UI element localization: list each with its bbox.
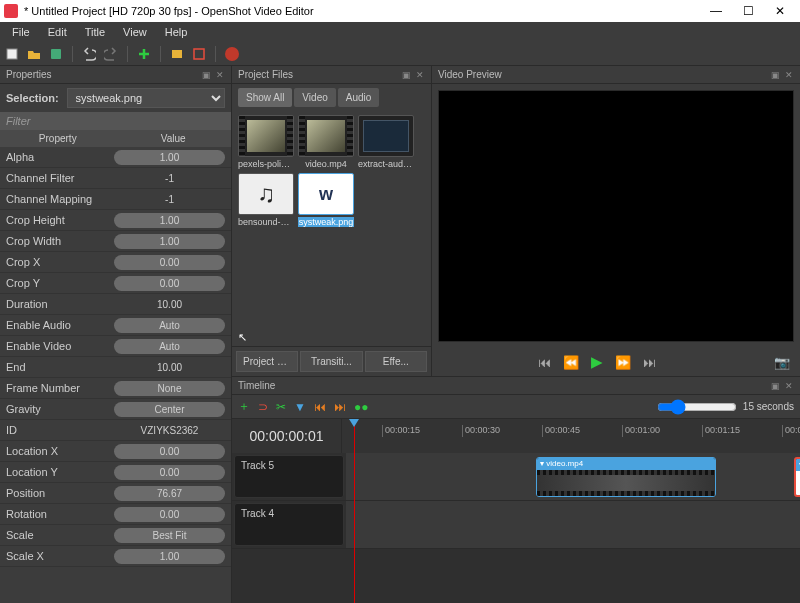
menu-help[interactable]: Help [157,24,196,40]
property-value[interactable]: VZIYKS2362 [114,423,225,438]
undock-icon[interactable]: ▣ [401,70,411,80]
import-files-icon[interactable] [136,46,152,62]
undock-icon[interactable]: ▣ [201,70,211,80]
property-row[interactable]: Position76.67 [0,483,231,504]
tab-project-files[interactable]: Project Fi... [236,351,298,372]
property-value[interactable]: 0.00 [114,507,225,522]
rewind-icon[interactable]: ⏪ [563,355,579,370]
project-file-item[interactable]: pexels-polina-ta... [238,115,294,169]
timeline-ruler[interactable]: 00:00:1500:00:3000:00:4500:01:0000:01:15… [342,419,800,453]
timeline-clip[interactable]: ▾ syst...w [794,457,800,497]
menu-view[interactable]: View [115,24,155,40]
property-value[interactable]: Best Fit [114,528,225,543]
property-row[interactable]: Duration10.00 [0,294,231,315]
tab-show-all[interactable]: Show All [238,88,292,107]
filter-input[interactable]: Filter [0,112,231,130]
property-row[interactable]: Crop Height1.00 [0,210,231,231]
undock-icon[interactable]: ▣ [770,70,780,80]
property-value[interactable]: Center [114,402,225,417]
property-value[interactable]: 1.00 [114,150,225,165]
track-label[interactable]: Track 4 [234,503,344,546]
redo-icon[interactable] [103,46,119,62]
property-row[interactable]: Enable AudioAuto [0,315,231,336]
tab-audio[interactable]: Audio [338,88,380,107]
tab-video[interactable]: Video [294,88,335,107]
property-value[interactable]: 0.00 [114,444,225,459]
property-value[interactable]: Auto [114,339,225,354]
center-playhead-icon[interactable]: ●● [354,400,369,414]
file-thumbnail[interactable] [358,115,414,157]
property-row[interactable]: Location Y0.00 [0,462,231,483]
snap-icon[interactable]: ⊃ [258,400,268,414]
track-lane[interactable]: ▾ video.mp4▾ syst...w [346,453,800,500]
property-row[interactable]: Channel Mapping-1 [0,189,231,210]
property-value[interactable]: 0.00 [114,255,225,270]
save-project-icon[interactable] [48,46,64,62]
property-value[interactable]: 10.00 [114,360,225,375]
property-row[interactable]: End10.00 [0,357,231,378]
tab-transitions[interactable]: Transiti... [300,351,362,372]
project-file-item[interactable]: wsystweak.png [298,173,354,227]
property-row[interactable]: ScaleBest Fit [0,525,231,546]
jump-start-icon[interactable]: ⏮ [538,355,551,370]
property-value[interactable]: 0.00 [114,465,225,480]
close-button[interactable]: ✕ [764,4,796,18]
property-row[interactable]: Scale X1.00 [0,546,231,567]
play-icon[interactable]: ▶ [591,353,603,371]
project-file-item[interactable]: ♫bensound-ukul... [238,173,294,227]
jump-end-icon[interactable]: ⏭ [643,355,656,370]
project-files-grid[interactable]: pexels-polina-ta...video.mp4extract-audi… [232,111,431,328]
file-thumbnail[interactable] [238,115,294,157]
marker-icon[interactable]: ▼ [294,400,306,414]
selection-dropdown[interactable]: systweak.png [67,88,225,108]
property-row[interactable]: Rotation0.00 [0,504,231,525]
project-file-item[interactable]: video.mp4 [298,115,354,169]
property-row[interactable]: Crop Y0.00 [0,273,231,294]
file-thumbnail[interactable] [298,115,354,157]
snapshot-icon[interactable]: 📷 [774,355,790,370]
open-project-icon[interactable] [26,46,42,62]
property-value[interactable]: 1.00 [114,213,225,228]
prev-marker-icon[interactable]: ⏮ [314,400,326,414]
export-video-icon[interactable] [224,46,240,62]
close-panel-icon[interactable]: ✕ [784,381,794,391]
property-row[interactable]: Alpha1.00 [0,147,231,168]
profile-icon[interactable] [169,46,185,62]
minimize-button[interactable]: — [700,4,732,18]
undo-icon[interactable] [81,46,97,62]
zoom-slider[interactable] [657,399,737,415]
file-thumbnail[interactable]: ♫ [238,173,294,215]
undock-icon[interactable]: ▣ [770,381,780,391]
razor-icon[interactable]: ✂ [276,400,286,414]
close-panel-icon[interactable]: ✕ [215,70,225,80]
maximize-button[interactable]: ☐ [732,4,764,18]
property-value[interactable]: -1 [114,192,225,207]
menu-title[interactable]: Title [77,24,113,40]
tab-effects[interactable]: Effe... [365,351,427,372]
preview-viewport[interactable] [438,90,794,342]
playhead-line[interactable] [354,453,355,603]
property-row[interactable]: GravityCenter [0,399,231,420]
new-project-icon[interactable] [4,46,20,62]
property-row[interactable]: Location X0.00 [0,441,231,462]
property-value[interactable]: 0.00 [114,276,225,291]
property-value[interactable]: 1.00 [114,549,225,564]
property-row[interactable]: Enable VideoAuto [0,336,231,357]
close-panel-icon[interactable]: ✕ [415,70,425,80]
property-value[interactable]: 1.00 [114,234,225,249]
timeline-clip[interactable]: ▾ video.mp4 [536,457,716,497]
project-file-item[interactable]: extract-audio-w... [358,115,414,169]
property-row[interactable]: IDVZIYKS2362 [0,420,231,441]
next-marker-icon[interactable]: ⏭ [334,400,346,414]
track-label[interactable]: Track 5 [234,455,344,498]
menu-file[interactable]: File [4,24,38,40]
property-row[interactable]: Frame NumberNone [0,378,231,399]
property-row[interactable]: Channel Filter-1 [0,168,231,189]
property-value[interactable]: Auto [114,318,225,333]
property-row[interactable]: Crop X0.00 [0,252,231,273]
menu-edit[interactable]: Edit [40,24,75,40]
track-lane[interactable] [346,501,800,548]
file-thumbnail[interactable]: w [298,173,354,215]
property-value[interactable]: 76.67 [114,486,225,501]
close-panel-icon[interactable]: ✕ [784,70,794,80]
